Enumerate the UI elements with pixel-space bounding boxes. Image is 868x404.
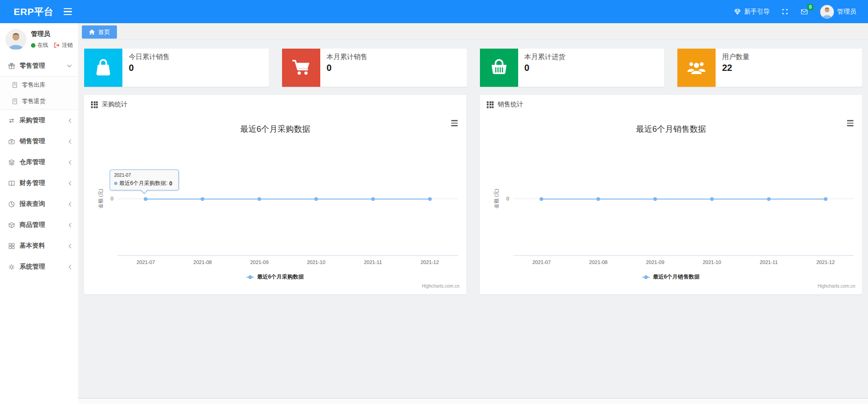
sidebar-item-basic-data[interactable]: 基本资料: [0, 235, 78, 256]
y-axis-tick: 0: [84, 196, 113, 201]
series-line: [146, 199, 429, 200]
logout-link[interactable]: 注销: [62, 41, 73, 49]
dashboard-content: 今日累计销售 0 本月累计销售 0: [78, 40, 868, 294]
data-point[interactable]: [540, 197, 543, 201]
retail-submenu: 零售出库 零售退货: [0, 76, 78, 110]
chart-title: 最近6个月销售数据: [480, 124, 862, 135]
data-point[interactable]: [710, 197, 714, 201]
layers-icon: [8, 159, 15, 166]
file-icon: [11, 82, 18, 88]
data-point[interactable]: [428, 197, 432, 201]
chart-tooltip: 2021-07 最近6个月采购数据: 0: [110, 170, 179, 190]
logout-icon: [53, 42, 60, 48]
data-point[interactable]: [371, 197, 375, 201]
pie-chart-icon: [8, 201, 15, 208]
footer-divider: [78, 398, 868, 404]
tab-home[interactable]: 首页: [82, 25, 117, 39]
x-axis-label: 2021-12: [816, 259, 834, 265]
sales-chart: 最近6个月销售数据 金额 (元) 0: [480, 114, 862, 294]
fullscreen-button[interactable]: [782, 8, 788, 15]
chart-panels-row: 采购统计 最近6个月采购数据 金额 (元) 0: [84, 95, 862, 294]
sidebar-item-sales[interactable]: 销售管理: [0, 131, 78, 152]
data-point[interactable]: [314, 197, 318, 201]
stat-card-month-purchase: 本月累计进货 0: [480, 49, 665, 87]
sidebar-item-purchase[interactable]: 采购管理: [0, 110, 78, 131]
main-area: 首页 今日累计销售 0: [78, 0, 868, 294]
y-axis-tick: 0: [480, 196, 509, 201]
chevron-down-icon: [67, 64, 72, 68]
sidebar-item-retail[interactable]: 零售管理: [0, 55, 78, 76]
sidebar-item-retail-return[interactable]: 零售退货: [0, 93, 78, 110]
chevron-left-icon: [68, 223, 72, 228]
messages-button[interactable]: 0: [800, 8, 808, 15]
x-axis-label: 2021-08: [589, 259, 607, 265]
data-point[interactable]: [144, 197, 147, 201]
chart-title: 最近6个月采购数据: [84, 124, 466, 135]
chevron-left-icon: [68, 118, 72, 123]
sidebar-item-warehouse[interactable]: 仓库管理: [0, 152, 78, 173]
users-icon: [677, 49, 716, 87]
navbar-user-name: 管理员: [837, 8, 856, 16]
book-icon: [8, 180, 15, 187]
x-axis-labels: 2021-07 2021-08 2021-09 2021-10 2021-11 …: [117, 259, 458, 266]
chevron-left-icon: [68, 244, 72, 249]
sidebar-item-goods[interactable]: 商品管理: [0, 214, 78, 235]
file-icon: [11, 98, 18, 105]
highcharts-credits-link[interactable]: Highcharts.com.cn: [818, 284, 855, 289]
stat-cards-row: 今日累计销售 0 本月累计销售 0: [84, 49, 862, 87]
panel-header: 采购统计: [84, 95, 466, 114]
plot-area: [117, 141, 458, 256]
sidebar-toggle-button[interactable]: [60, 4, 76, 20]
sidebar-menu: 零售管理 零售出库 零售退货: [0, 55, 78, 277]
online-status-icon: [31, 43, 35, 48]
sidebar-user-block: 管理员 在线 注销: [0, 23, 78, 55]
sidebar-user-name: 管理员: [31, 30, 73, 38]
data-point[interactable]: [201, 197, 204, 201]
x-axis-labels: 2021-07 2021-08 2021-09 2021-10 2021-11 …: [513, 259, 854, 266]
plot-area: [513, 141, 854, 256]
gear-icon: [8, 264, 15, 270]
tab-home-label: 首页: [98, 28, 110, 36]
data-point[interactable]: [257, 197, 261, 201]
legend-item[interactable]: 最近6个月采购数据: [84, 273, 466, 281]
stat-card-user-count: 用户数量 22: [677, 49, 862, 87]
tooltip-series-dot: [114, 182, 117, 185]
tab-bar: 首页: [78, 23, 868, 40]
data-point[interactable]: [767, 197, 771, 201]
sidebar-item-retail-out[interactable]: 零售出库: [0, 77, 78, 93]
stat-value: 0: [525, 63, 565, 73]
app-brand[interactable]: ERP平台: [0, 5, 60, 18]
briefcase-icon: [8, 138, 15, 145]
sidebar-item-reports[interactable]: 报表查询: [0, 194, 78, 214]
chevron-left-icon: [68, 181, 72, 186]
panel-title: 采购统计: [102, 100, 127, 109]
message-count-badge: 0: [807, 4, 813, 10]
data-point[interactable]: [653, 197, 657, 201]
guide-button[interactable]: 新手引导: [734, 8, 770, 16]
tooltip-header: 2021-07: [114, 173, 174, 178]
data-point[interactable]: [596, 197, 600, 201]
th-grid-icon: [91, 101, 98, 108]
chart-context-menu-button[interactable]: [846, 119, 855, 128]
stat-card-today-sales: 今日累计销售 0: [84, 49, 269, 87]
gem-icon: [734, 8, 741, 15]
x-axis-label: 2021-10: [307, 259, 325, 265]
chevron-left-icon: [68, 160, 72, 165]
sidebar-item-finance[interactable]: 财务管理: [0, 173, 78, 194]
chart-context-menu-button[interactable]: [450, 119, 459, 128]
x-axis-label: 2021-07: [532, 259, 550, 265]
data-point[interactable]: [824, 197, 828, 201]
legend-marker-icon: [247, 275, 254, 279]
legend-marker-icon: [642, 275, 650, 279]
top-navbar: ERP平台 新手引导 0: [0, 0, 868, 23]
highcharts-credits-link[interactable]: Highcharts.com.cn: [422, 284, 459, 289]
sidebar-item-system[interactable]: 系统管理: [0, 256, 78, 277]
zero-gridline: [513, 199, 854, 199]
user-menu[interactable]: 管理员: [820, 5, 856, 19]
chevron-left-icon: [68, 264, 72, 269]
x-axis-label: 2021-07: [136, 259, 155, 265]
legend-item[interactable]: 最近6个月销售数据: [480, 273, 862, 281]
sales-stats-panel: 销售统计 最近6个月销售数据 金额 (元) 0: [480, 95, 862, 294]
chevron-left-icon: [68, 139, 72, 144]
stat-title: 用户数量: [722, 53, 749, 61]
